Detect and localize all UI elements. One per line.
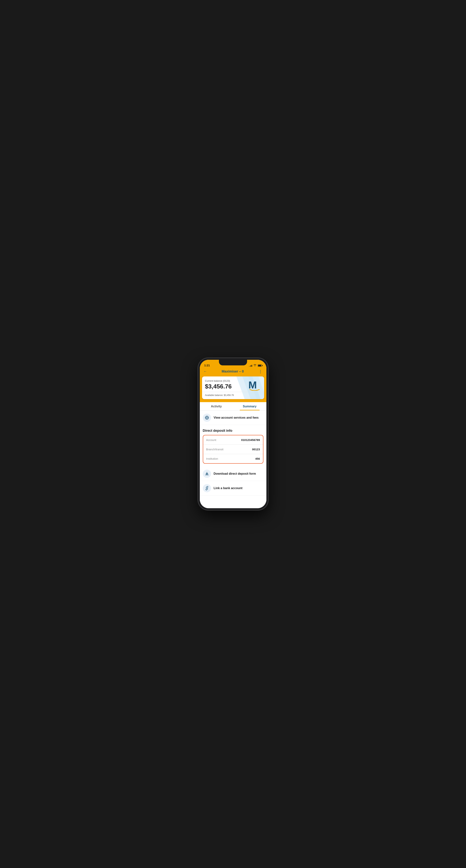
app-header: ← Maximiser – 0 ⋮ <box>200 368 266 376</box>
account-services-label: View account services and fees <box>214 416 259 420</box>
institution-label: Institution <box>206 457 218 460</box>
available-balance: Available balance: $3,456.76 <box>205 392 261 399</box>
direct-deposit-info-box: Account 010123456789 Branch/transit 0012… <box>203 435 263 464</box>
tab-summary[interactable]: Summary <box>233 402 266 410</box>
branch-row: Branch/transit 00123 <box>203 444 263 454</box>
app-header-section: ← Maximiser – 0 ⋮ M <box>200 368 266 402</box>
bank-logo: M <box>248 379 261 392</box>
phone-notch <box>219 360 247 365</box>
account-row: Account 010123456789 <box>203 435 263 444</box>
phone-screen: 1:21 ← Max <box>200 360 266 508</box>
back-button[interactable]: ← <box>204 370 207 373</box>
link-icon <box>203 484 211 492</box>
tab-bar: Activity Summary <box>200 402 266 410</box>
download-label: Download direct deposit form <box>214 472 256 475</box>
content-area: Activity Summary <box>200 402 266 501</box>
direct-deposit-title: Direct deposit info <box>203 429 263 433</box>
institution-value: 456 <box>255 457 260 460</box>
status-time: 1:21 <box>204 364 210 367</box>
battery-icon <box>258 365 262 367</box>
more-menu-button[interactable]: ⋮ <box>259 370 262 373</box>
services-icon <box>203 413 211 422</box>
link-bank-row[interactable]: Link a bank account <box>200 481 266 495</box>
svg-line-10 <box>206 488 207 489</box>
account-services-row[interactable]: View account services and fees <box>200 410 266 425</box>
branch-label: Branch/transit <box>206 448 224 451</box>
page-title: Maximiser – 0 <box>222 370 244 373</box>
download-action-row[interactable]: Download direct deposit form <box>200 467 266 481</box>
svg-point-5 <box>206 417 208 418</box>
link-bank-label: Link a bank account <box>214 487 242 490</box>
institution-row: Institution 456 <box>203 454 263 463</box>
account-label: Account <box>206 438 216 441</box>
direct-deposit-section: Direct deposit info <box>200 425 266 435</box>
svg-text:M: M <box>249 379 257 391</box>
status-icons <box>249 364 262 367</box>
phone-frame: 1:21 ← Max <box>198 358 268 510</box>
branch-value: 00123 <box>252 448 260 451</box>
download-icon <box>203 470 211 478</box>
signal-icon <box>249 365 252 367</box>
wifi-icon <box>254 364 257 367</box>
balance-card: M Current balance (0123) $3,456.76 Avail… <box>202 376 264 399</box>
tab-activity[interactable]: Activity <box>200 402 233 410</box>
account-value: 010123456789 <box>241 438 260 441</box>
